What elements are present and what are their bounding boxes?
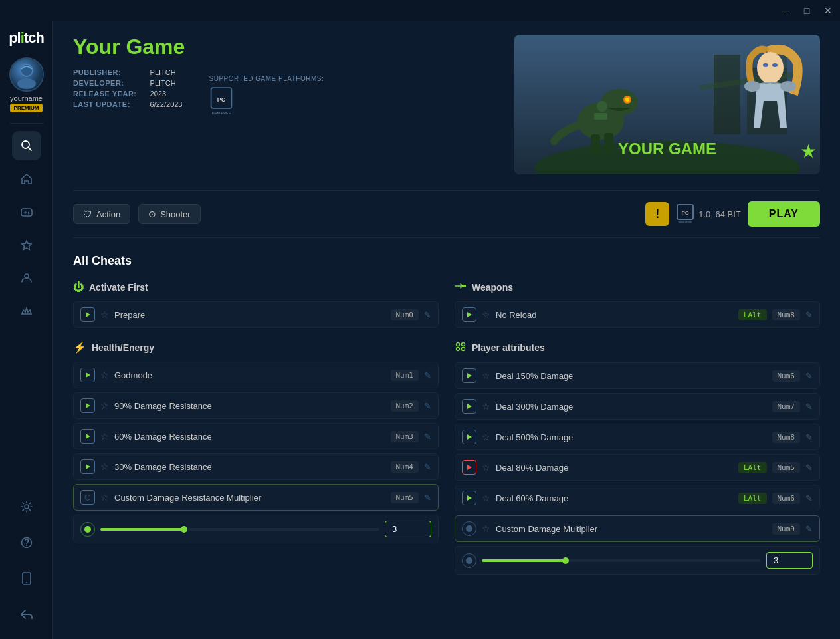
health-icon: ⚡ xyxy=(73,341,86,354)
sidebar-item-favorites[interactable] xyxy=(12,231,41,260)
svg-marker-47 xyxy=(86,403,90,408)
sidebar-item-home[interactable] xyxy=(12,164,41,193)
edit-no-reload-button[interactable]: ✎ xyxy=(805,310,813,320)
edit-30dmg-button[interactable]: ✎ xyxy=(424,462,431,472)
play-500dmg-button[interactable] xyxy=(462,430,476,444)
edit-custom-dmg-resist-button[interactable]: ✎ xyxy=(424,493,431,503)
favorite-60dmg-button[interactable]: ☆ xyxy=(100,431,109,442)
genre-action[interactable]: 🛡 Action xyxy=(73,204,130,224)
svg-marker-60 xyxy=(467,495,472,501)
sidebar-item-help[interactable] xyxy=(12,528,41,557)
game-info: Your Game PUBLISHER: PLITCH DEVELOPER: P… xyxy=(73,35,498,174)
play-30dmg-button[interactable] xyxy=(80,459,95,474)
play-80dmg-button[interactable] xyxy=(462,460,476,475)
slider-row-health[interactable] xyxy=(73,515,439,543)
main-content: Your Game PUBLISHER: PLITCH DEVELOPER: P… xyxy=(53,21,840,639)
edit-godmode-button[interactable]: ✎ xyxy=(424,370,431,380)
genre-row: 🛡 Action ⊙ Shooter ! PC DRM-FREE xyxy=(73,201,820,238)
svg-point-54 xyxy=(457,348,460,351)
cheats-right-column: Weapons ☆ No Reload LAlt Num8 ✎ xyxy=(455,281,820,588)
version-info: ! PC DRM-FREE 1.0, 64 BIT PLAY xyxy=(645,201,820,227)
shooter-genre-icon: ⊙ xyxy=(148,209,156,219)
svg-point-15 xyxy=(26,582,27,583)
cheats-left-column: ⏻ Activate First ☆ Prepare Num0 ✎ xyxy=(73,281,439,588)
key-badge-num5: Num5 xyxy=(391,492,419,503)
premium-badge: PREMIUM xyxy=(10,104,43,112)
play-60dmg-deal-button[interactable] xyxy=(462,491,476,505)
edit-60dmg-button[interactable]: ✎ xyxy=(424,432,431,442)
favorite-prepare-button[interactable]: ☆ xyxy=(100,309,109,320)
favorite-300dmg-button[interactable]: ☆ xyxy=(482,401,490,412)
sidebar-item-settings[interactable] xyxy=(12,492,41,521)
favorite-no-reload-button[interactable]: ☆ xyxy=(482,309,490,320)
player-slider-track[interactable] xyxy=(482,559,761,562)
svg-point-38 xyxy=(780,81,796,92)
play-no-reload-button[interactable] xyxy=(462,307,476,322)
edit-500dmg-button[interactable]: ✎ xyxy=(805,432,813,442)
play-godmode-button[interactable] xyxy=(80,368,95,382)
all-cheats-title: All Cheats xyxy=(73,254,820,268)
edit-300dmg-button[interactable]: ✎ xyxy=(805,402,813,412)
user-profile[interactable]: yourname PREMIUM xyxy=(9,57,44,112)
favorite-80dmg-button[interactable]: ☆ xyxy=(482,462,490,473)
cheat-name-no-reload: No Reload xyxy=(496,310,733,320)
minimize-button[interactable]: ─ xyxy=(779,5,792,16)
play-150dmg-button[interactable] xyxy=(462,368,476,383)
favorite-90dmg-button[interactable]: ☆ xyxy=(100,400,109,411)
sidebar-item-games[interactable] xyxy=(12,197,41,227)
edit-150dmg-button[interactable]: ✎ xyxy=(805,371,813,381)
custom-dmg-toggle[interactable] xyxy=(462,521,476,536)
play-300dmg-button[interactable] xyxy=(462,399,476,414)
health-slider-input[interactable] xyxy=(385,521,431,537)
cheat-name-godmode: Godmode xyxy=(114,370,385,380)
svg-text:DRM-FREE: DRM-FREE xyxy=(212,111,231,115)
release-year-value: 2023 xyxy=(150,90,183,98)
health-slider-toggle[interactable] xyxy=(80,522,95,537)
edit-60dmg-deal-button[interactable]: ✎ xyxy=(805,493,813,503)
favorite-custom-dmg-button[interactable]: ☆ xyxy=(482,523,490,534)
sidebar-item-community[interactable] xyxy=(12,264,41,293)
svg-rect-32 xyxy=(594,113,607,120)
edit-prepare-button[interactable]: ✎ xyxy=(424,310,431,320)
svg-text:DRM-FREE: DRM-FREE xyxy=(679,221,692,224)
key-badge-num3: Num3 xyxy=(391,431,419,442)
play-60dmg-button[interactable] xyxy=(80,429,95,444)
edit-80dmg-button[interactable]: ✎ xyxy=(805,463,813,473)
health-slider-track[interactable] xyxy=(100,528,379,531)
edit-custom-dmg-button[interactable]: ✎ xyxy=(805,524,813,534)
sidebar-item-search[interactable] xyxy=(12,131,41,160)
svg-point-8 xyxy=(28,212,29,213)
key-badge-num0: Num0 xyxy=(391,309,419,320)
player-slider-toggle[interactable] xyxy=(462,553,476,568)
play-button[interactable]: PLAY xyxy=(748,201,820,227)
favorite-custom-dmg-resist-button[interactable]: ☆ xyxy=(100,492,109,503)
cheat-name-custom-dmg: Custom Damage Multiplier xyxy=(496,524,767,534)
weapons-icon xyxy=(455,281,467,293)
cheat-name-30dmg: 30% Damage Resistance xyxy=(114,462,385,472)
play-prepare-button[interactable] xyxy=(80,307,95,322)
publisher-label: PUBLISHER: xyxy=(73,68,137,76)
maximize-button[interactable]: □ xyxy=(800,5,813,16)
cheat-row-500dmg: ☆ Deal 500% Damage Num8 ✎ xyxy=(455,424,820,450)
play-90dmg-button[interactable] xyxy=(80,398,95,413)
player-slider-input[interactable] xyxy=(766,552,813,569)
favorite-godmode-button[interactable]: ☆ xyxy=(100,370,109,380)
developer-label: DEVELOPER: xyxy=(73,79,137,87)
edit-90dmg-button[interactable]: ✎ xyxy=(424,401,431,411)
svg-marker-49 xyxy=(86,464,90,469)
favorite-500dmg-button[interactable]: ☆ xyxy=(482,432,490,442)
close-button[interactable]: ✕ xyxy=(821,5,835,16)
sidebar-item-premium[interactable] xyxy=(12,297,41,326)
svg-rect-30 xyxy=(591,134,600,154)
sidebar-item-back[interactable] xyxy=(12,600,41,629)
genre-shooter[interactable]: ⊙ Shooter xyxy=(138,204,201,224)
svg-point-33 xyxy=(597,101,607,112)
slider-row-player[interactable] xyxy=(455,546,820,575)
favorite-60dmg-deal-button[interactable]: ☆ xyxy=(482,493,490,503)
sidebar: plitch yourname PREMIUM xyxy=(0,21,53,639)
sidebar-item-mobile[interactable] xyxy=(12,564,41,593)
favorite-30dmg-button[interactable]: ☆ xyxy=(100,461,109,472)
svg-marker-59 xyxy=(467,465,472,470)
cheat-row-150dmg: ☆ Deal 150% Damage Num6 ✎ xyxy=(455,362,820,389)
favorite-150dmg-button[interactable]: ☆ xyxy=(482,370,490,381)
